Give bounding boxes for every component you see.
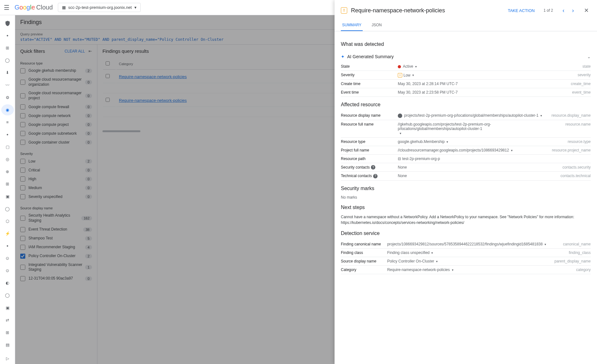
nav-item-12[interactable]: ⊞	[1, 178, 14, 189]
prop-sec-contacts-val: None	[398, 163, 543, 172]
logo-cloud: Cloud	[36, 4, 53, 11]
nav-item-3[interactable]: ◯	[1, 55, 14, 66]
prop-severity-meta: severity	[543, 71, 591, 80]
full-name-dropdown[interactable]: ▾	[400, 132, 401, 135]
section-next-steps: Next steps	[341, 205, 591, 210]
nav-item-5[interactable]: 〰	[1, 80, 14, 91]
nav-security[interactable]	[1, 18, 14, 29]
prop-canonical-meta: canonical_name	[546, 240, 591, 249]
nav-item-4[interactable]: ⬇	[1, 67, 14, 78]
detail-title: Require-namespace-network-policies	[351, 7, 504, 14]
prop-path-key: Resource path	[341, 154, 398, 163]
section-marks: Security marks	[341, 186, 591, 191]
section-what-detected: What was detected	[341, 41, 591, 47]
nav-findings[interactable]: ◉	[1, 104, 14, 115]
prop-type-key: Resource type	[341, 137, 398, 146]
nav-item-10[interactable]: ◎	[1, 154, 14, 165]
prop-canonical-val: projects/1086693429812/sources/578535894…	[387, 242, 543, 246]
tab-json[interactable]: JSON	[370, 20, 383, 31]
type-dropdown[interactable]: ▾	[446, 140, 448, 144]
nav-item-23[interactable]: ⊞	[1, 327, 14, 338]
prop-sec-contacts-key: Security contacts	[341, 165, 370, 170]
category-dropdown[interactable]: ▾	[452, 268, 453, 272]
nav-item-9[interactable]: ▢	[1, 141, 14, 152]
nav-item-24[interactable]: ▤	[1, 339, 14, 350]
nav-dot-2[interactable]: •	[1, 129, 14, 140]
state-dot-icon	[398, 65, 401, 68]
help-icon[interactable]: ?	[371, 165, 375, 170]
close-button[interactable]: ✕	[582, 5, 591, 16]
prop-project-meta: resource.project_name	[543, 146, 591, 154]
menu-icon[interactable]: ☰	[4, 4, 9, 11]
prop-state-val: Active	[403, 64, 413, 69]
prop-project-val: //cloudresourcemanager.googleapis.com/pr…	[398, 148, 509, 152]
nav-dot-3[interactable]: •	[1, 240, 14, 251]
prev-button[interactable]: ‹	[561, 5, 566, 16]
nav-item-11[interactable]: ⊕	[1, 166, 14, 177]
prop-type-val: google.gkehub.Membership	[398, 139, 445, 144]
prop-sec-contacts-meta: contacts.security	[543, 163, 591, 172]
severity-dropdown[interactable]: ▾	[412, 73, 414, 77]
prop-class-meta: finding_class	[546, 248, 591, 257]
nav-item-15[interactable]: ⬡	[1, 216, 14, 227]
prop-category-val: Require-namespace-network-policies	[387, 268, 450, 272]
nav-item-17[interactable]: ⊙	[1, 253, 14, 264]
no-marks-text: No marks	[341, 195, 591, 200]
canonical-dropdown[interactable]: ▾	[545, 243, 546, 246]
ai-summary-toggle[interactable]: ✦AI Generated Summary ⌄	[341, 51, 591, 62]
prop-category-key: Category	[341, 265, 387, 274]
prop-state-key: State	[341, 62, 398, 71]
prop-event-time-meta: event_time	[543, 88, 591, 97]
state-dropdown[interactable]: ▾	[415, 65, 417, 68]
prop-event-time-key: Event time	[341, 88, 398, 97]
pager-text: 1 of 2	[544, 8, 553, 13]
nav-item-21[interactable]: ▣	[1, 302, 14, 313]
prop-event-time-val: May 30, 2023 at 2:23:58 PM UTC-7	[398, 88, 543, 97]
nav-dot-1[interactable]: •	[1, 30, 14, 41]
iconbar: • ⊞ ◯ ⬇ 〰 ⚙ ◉ ≡ • ▢ ◎ ⊕ ⊞ ▣ ◯ ⬡ ⚡ • ⊙ ⊙ …	[0, 15, 15, 364]
section-affected: Affected resource	[341, 102, 591, 108]
prop-class-key: Finding class	[341, 248, 387, 257]
nav-item-18[interactable]: ⊙	[1, 265, 14, 276]
prop-create-time-key: Create time	[341, 80, 398, 88]
resource-icon	[398, 114, 402, 118]
prop-full-name-val: //gkehub.googleapis.com/projects/test-2p…	[398, 122, 491, 131]
prop-display-name-val: projects/test-2p-premium-org-p/locations…	[404, 113, 539, 118]
take-action-button[interactable]: TAKE ACTION	[508, 8, 535, 13]
nav-item-8[interactable]: ≡	[1, 117, 14, 128]
prop-tech-contacts-val: None	[398, 172, 543, 181]
org-icon: ▦	[62, 5, 66, 10]
prop-canonical-key: Finding canonical name	[341, 240, 387, 249]
tab-summary[interactable]: SUMMARY	[341, 20, 363, 31]
source-dropdown[interactable]: ▾	[436, 260, 438, 263]
detail-panel: ! Require-namespace-network-policies TAK…	[335, 0, 597, 364]
prop-full-name-key: Resource full name	[341, 120, 398, 137]
severity-low-icon: !	[398, 73, 402, 77]
section-detection-service: Detection service	[341, 231, 591, 236]
chevron-down-icon: ▾	[134, 5, 137, 10]
chevron-down-icon: ⌄	[587, 54, 591, 59]
help-icon[interactable]: ?	[373, 174, 378, 178]
prop-tech-contacts-key: Technical contacts	[341, 174, 372, 178]
display-name-dropdown[interactable]: ▾	[540, 114, 542, 117]
nav-expand[interactable]: ▷	[1, 353, 14, 364]
nav-item-16[interactable]: ⚡	[1, 228, 14, 239]
ai-summary-label: AI Generated Summary	[347, 54, 394, 59]
prop-severity-val: Low	[403, 73, 410, 77]
project-dropdown[interactable]: ▾	[511, 149, 513, 152]
project-selector[interactable]: ▦ scc-2p-test-premium-org.joonix.net ▾	[58, 3, 141, 12]
nav-item-22[interactable]: ⇄	[1, 315, 14, 326]
prop-create-time-meta: create_time	[543, 80, 591, 88]
class-dropdown[interactable]: ▾	[431, 251, 433, 255]
next-button[interactable]: ›	[570, 5, 576, 16]
nav-item-19[interactable]: ◐	[1, 277, 14, 288]
nav-item-6[interactable]: ⚙	[1, 92, 14, 103]
logo[interactable]: Google Cloud	[15, 4, 53, 11]
prop-display-name-key: Resource display name	[341, 111, 398, 120]
nav-item-2[interactable]: ⊞	[1, 42, 14, 53]
prop-severity-key: Severity	[341, 71, 398, 80]
nav-item-13[interactable]: ▣	[1, 191, 14, 202]
nav-item-14[interactable]: ◯	[1, 203, 14, 214]
hierarchy-icon: ⊟	[398, 157, 401, 161]
nav-item-20[interactable]: ◯	[1, 290, 14, 301]
